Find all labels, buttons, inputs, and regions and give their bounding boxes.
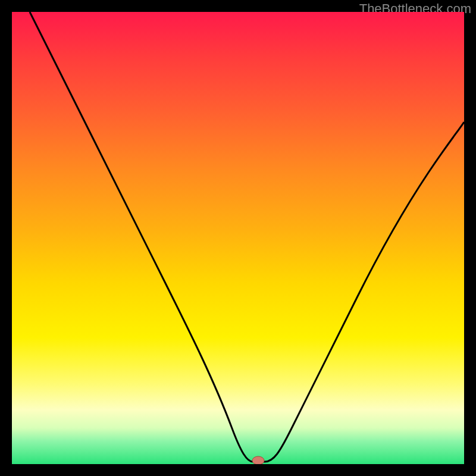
chart-container: TheBottleneck.com xyxy=(0,0,476,476)
curve-svg xyxy=(12,12,464,464)
bottleneck-curve xyxy=(30,12,464,462)
plot-area xyxy=(12,12,464,464)
marker-dot xyxy=(252,456,264,464)
